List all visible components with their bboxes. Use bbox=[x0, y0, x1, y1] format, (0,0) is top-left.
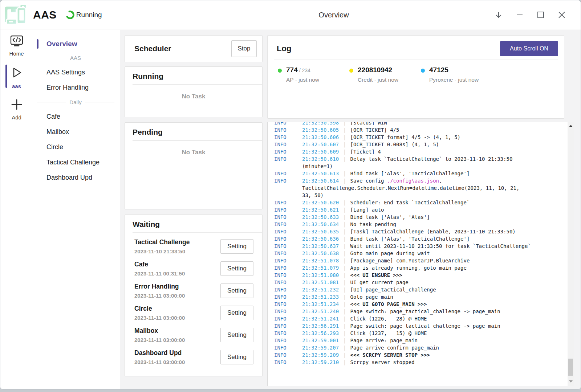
log-separator: | bbox=[343, 134, 346, 140]
log-message: Click (1237, 15) @ HOME bbox=[350, 330, 427, 336]
setting-button[interactable]: Setting bbox=[220, 261, 253, 276]
log-timestamp: 21:32:50.621 bbox=[302, 207, 339, 213]
task-next-run: 2023-11-11 03:00:00 bbox=[134, 293, 220, 299]
setting-button[interactable]: Setting bbox=[220, 350, 253, 364]
sidebar-item-overview[interactable]: Overview bbox=[33, 37, 120, 51]
waiting-task-row: Dashboard Upd 2023-11-11 03:00:00 Settin… bbox=[134, 346, 253, 368]
task-name: Dashboard Upd bbox=[134, 349, 220, 357]
log-entry: INFO21:32:51.233|Goto page_main bbox=[274, 293, 568, 301]
task-next-run: 2023-11-11 03:00:00 bbox=[134, 337, 220, 343]
stop-button[interactable]: Stop bbox=[231, 40, 257, 57]
log-level: INFO bbox=[274, 206, 302, 213]
app-window: AAS Running Overview bbox=[0, 0, 581, 389]
task-next-run: 2023-11-11 03:00:00 bbox=[134, 359, 220, 365]
minimize-button[interactable] bbox=[515, 11, 524, 19]
log-timestamp: 21:32:51.081 bbox=[302, 279, 339, 285]
stat-pyroxene: 47125 Pyroxene - just now bbox=[421, 66, 492, 83]
scroll-up-arrow-icon[interactable] bbox=[569, 125, 573, 127]
sidebar-item-circle[interactable]: Circle bbox=[33, 139, 120, 155]
stat-credit: 220810942 Credit - just now bbox=[349, 66, 421, 83]
log-console: INFO21:32:50.598|[Status] WININFO21:32:5… bbox=[267, 122, 574, 386]
rail-item-aas[interactable]: aas bbox=[0, 60, 33, 93]
log-message: [OCR_TICKET] 4/5 bbox=[350, 127, 399, 133]
log-timestamp: 21:32:50.598 bbox=[302, 122, 339, 126]
scroll-down-arrow-icon[interactable] bbox=[569, 380, 573, 383]
log-separator: | bbox=[343, 250, 346, 256]
scheduler-title: Scheduler bbox=[134, 44, 171, 53]
log-entry: INFO21:32:50.614|Save config ./config\aa… bbox=[274, 177, 568, 199]
setting-button[interactable]: Setting bbox=[220, 328, 253, 342]
log-message: [Lang] auto bbox=[350, 207, 384, 213]
log-level: INFO bbox=[274, 264, 302, 271]
log-separator: | bbox=[343, 258, 346, 264]
log-level: INFO bbox=[274, 170, 302, 177]
log-timestamp: 21:32:50.637 bbox=[302, 243, 339, 249]
log-message: Scheduler: End task `TacticalChallenge` bbox=[350, 200, 470, 205]
log-separator: | bbox=[343, 359, 346, 365]
log-separator: | bbox=[343, 200, 346, 205]
waiting-card: Waiting Tactical Challenge 2023-11-10 21… bbox=[125, 215, 263, 376]
log-timestamp: 21:32:51.232 bbox=[302, 287, 339, 293]
sidebar-item-aas-settings[interactable]: AAS Settings bbox=[33, 65, 120, 80]
log-timestamp: 21:32:50.605 bbox=[302, 127, 339, 133]
task-sidebar: Overview AAS AAS Settings Error Handling… bbox=[33, 30, 120, 389]
log-level: INFO bbox=[274, 122, 302, 126]
log-separator: | bbox=[343, 279, 346, 285]
log-separator: | bbox=[343, 142, 346, 147]
log-separator: | bbox=[343, 243, 346, 249]
log-timestamp: 21:32:51.234 bbox=[302, 301, 339, 307]
sidebar-item-cafe[interactable]: Cafe bbox=[33, 109, 120, 124]
log-timestamp: 21:32:50.613 bbox=[302, 171, 339, 176]
log-message: Wait until 2023-11-10 21:33:50 for task … bbox=[350, 243, 531, 249]
rail-item-add[interactable]: Add bbox=[0, 93, 33, 124]
log-level: INFO bbox=[274, 293, 302, 301]
log-timestamp: 21:32:50.609 bbox=[302, 149, 339, 155]
waiting-task-row: Circle 2023-11-11 03:00:00 Setting bbox=[134, 302, 253, 324]
sidebar-item-tactical-challenge[interactable]: Tactical Challenge bbox=[33, 155, 120, 170]
setting-button[interactable]: Setting bbox=[220, 283, 253, 298]
log-scroll-area[interactable]: INFO21:32:50.598|[Status] WININFO21:32:5… bbox=[268, 122, 568, 386]
auto-scroll-button[interactable]: Auto Scroll ON bbox=[500, 41, 558, 56]
log-level: INFO bbox=[274, 126, 302, 134]
log-entry: INFO21:32:56.291|Page switch: page_tacti… bbox=[274, 322, 568, 330]
hide-arrow-button[interactable] bbox=[494, 11, 503, 19]
page-title: Overview bbox=[318, 11, 349, 19]
log-message: [Task] TacticalChallenge (Enable, 2023-1… bbox=[350, 229, 516, 234]
credit-dot-icon bbox=[349, 69, 353, 73]
rail-item-home[interactable]: Home bbox=[0, 30, 33, 60]
close-button[interactable] bbox=[557, 11, 566, 19]
log-scrollbar[interactable] bbox=[568, 122, 574, 386]
rail-label-aas: aas bbox=[12, 83, 21, 89]
log-timestamp: 21:32:56.291 bbox=[302, 323, 339, 329]
log-message: Delay task `TacticalChallenge` to 2023-1… bbox=[350, 156, 513, 162]
log-message: Page switch: page_tactical_challenge -> … bbox=[350, 309, 500, 314]
app-logo-icon bbox=[4, 4, 28, 26]
log-entry: INFO21:32:56.293|Click (1237, 15) @ HOME bbox=[274, 330, 568, 337]
ap-dot-icon bbox=[278, 69, 282, 73]
log-level: INFO bbox=[274, 308, 302, 315]
waiting-task-row: Cafe 2023-11-11 00:31:50 Setting bbox=[134, 257, 253, 279]
log-level: INFO bbox=[274, 286, 302, 293]
sidebar-label: Mailbox bbox=[46, 128, 69, 136]
task-name: Cafe bbox=[134, 261, 220, 268]
maximize-button[interactable] bbox=[536, 11, 545, 19]
nav-rail: Home aas Add bbox=[0, 30, 33, 389]
log-message: [UI] page_tactical_challenge bbox=[350, 287, 436, 293]
sidebar-item-error-handling[interactable]: Error Handling bbox=[33, 80, 120, 95]
log-message: Bind task ['Alas', 'Alas'] bbox=[350, 214, 430, 220]
sidebar-item-mailbox[interactable]: Mailbox bbox=[33, 124, 120, 139]
log-entry: INFO21:32:59.209|<<< SCRCPY SERVER STOP … bbox=[274, 351, 568, 359]
scrollbar-thumb[interactable] bbox=[568, 359, 573, 376]
log-level: INFO bbox=[274, 199, 302, 206]
log-separator: | bbox=[343, 316, 346, 322]
log-message: 33, 50) bbox=[302, 192, 324, 198]
setting-button[interactable]: Setting bbox=[220, 239, 253, 254]
log-level: INFO bbox=[274, 141, 302, 148]
log-title: Log bbox=[277, 44, 291, 53]
active-indicator-bar bbox=[37, 39, 38, 49]
sidebar-item-dashboard-upd[interactable]: Dashboard Upd bbox=[33, 170, 120, 185]
pyroxene-label: Pyroxene - just now bbox=[429, 77, 479, 83]
setting-button[interactable]: Setting bbox=[220, 306, 253, 320]
waiting-task-row: Mailbox 2023-11-11 03:00:00 Setting bbox=[134, 324, 253, 346]
task-name: Circle bbox=[134, 305, 220, 313]
